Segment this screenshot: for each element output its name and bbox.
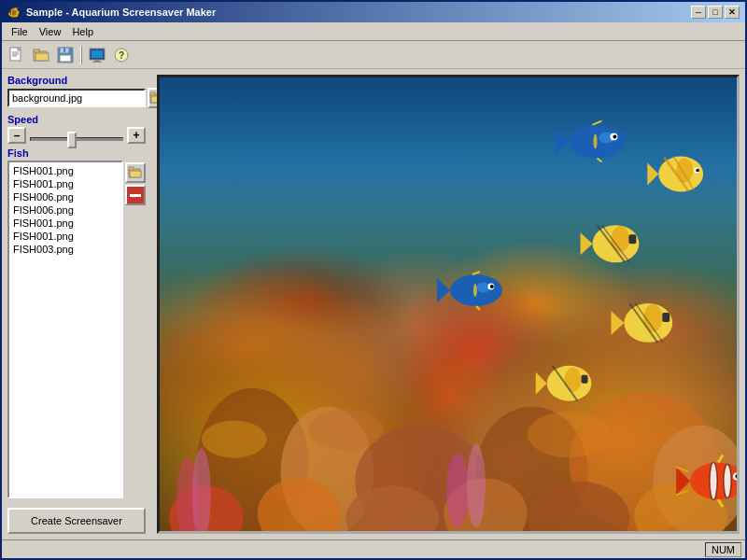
preview-frame	[157, 75, 740, 534]
svg-line-55	[476, 306, 480, 310]
speed-label: Speed	[7, 114, 146, 125]
toolbar-save-button[interactable]	[54, 45, 77, 65]
save-icon	[57, 47, 74, 63]
speed-slider-thumb[interactable]	[67, 132, 77, 148]
fish-display	[160, 77, 737, 531]
svg-rect-7	[35, 53, 49, 61]
menu-view[interactable]: View	[34, 25, 67, 38]
background-input-row	[7, 88, 146, 108]
list-item[interactable]: FISH001.png	[11, 177, 120, 190]
svg-point-39	[446, 453, 469, 527]
status-bar: NUM	[2, 539, 745, 558]
svg-point-98	[696, 169, 699, 173]
window-title: Sample - Aquarium Screensaver Maker	[26, 7, 216, 18]
preview-area	[151, 69, 745, 539]
svg-line-46	[593, 121, 602, 125]
title-bar-text: 🐠 Sample - Aquarium Screensaver Maker	[7, 7, 216, 19]
fish-buttons	[125, 161, 146, 498]
num-lock-indicator: NUM	[705, 542, 741, 557]
svg-point-45	[613, 135, 616, 139]
fish-section: Fish FISH001.pngFISH001.pngFISH006.pngFI…	[7, 147, 146, 498]
svg-rect-10	[60, 55, 71, 62]
fish-yellow-stripe	[647, 157, 703, 192]
speed-section: Speed – +	[7, 114, 146, 144]
speed-decrease-button[interactable]: –	[7, 127, 26, 144]
speed-controls: – +	[7, 127, 146, 144]
list-item[interactable]: FISH001.png	[11, 217, 120, 230]
speed-increase-button[interactable]: +	[127, 127, 146, 144]
toolbar-new-button[interactable]	[6, 45, 28, 65]
menu-bar: File View Help	[2, 22, 745, 41]
fish-add-button[interactable]	[125, 162, 146, 183]
maximize-button[interactable]: □	[708, 6, 723, 19]
list-item[interactable]: FISH006.png	[11, 203, 120, 217]
left-panel: Background Speed –	[2, 69, 151, 539]
list-item[interactable]: FISH003.png	[11, 243, 120, 256]
svg-rect-13	[92, 50, 103, 58]
svg-marker-74	[536, 372, 547, 395]
fish-label: Fish	[7, 147, 146, 159]
menu-help[interactable]: Help	[66, 25, 99, 38]
svg-rect-23	[130, 171, 141, 177]
svg-marker-50	[437, 278, 450, 302]
toolbar-preview-button[interactable]	[86, 45, 108, 65]
title-bar-controls: ─ □ ✕	[691, 6, 740, 19]
fish-blue-tang-2	[437, 272, 502, 310]
fish-remove-button[interactable]	[125, 185, 146, 205]
svg-rect-15	[92, 62, 102, 63]
add-fish-icon	[128, 165, 143, 180]
svg-line-47	[597, 159, 601, 162]
svg-rect-14	[94, 60, 100, 62]
svg-point-53	[490, 285, 494, 288]
svg-rect-64	[628, 234, 636, 244]
svg-rect-79	[582, 375, 588, 384]
main-content: Background Speed –	[2, 69, 745, 539]
svg-point-56	[473, 284, 477, 297]
background-section: Background	[7, 75, 146, 108]
svg-marker-42	[556, 128, 570, 156]
svg-point-48	[593, 134, 597, 149]
svg-rect-72	[662, 313, 669, 322]
svg-marker-93	[647, 162, 658, 185]
svg-rect-22	[129, 167, 134, 170]
window-icon: 🐠	[7, 7, 21, 19]
svg-marker-66	[611, 311, 624, 335]
preview-icon	[89, 47, 106, 63]
close-button[interactable]: ✕	[725, 6, 740, 19]
background-label: Background	[7, 75, 146, 86]
svg-rect-11	[63, 48, 65, 52]
minimize-button[interactable]: ─	[691, 6, 706, 19]
svg-point-99	[202, 421, 267, 458]
svg-point-40	[467, 444, 486, 528]
aquarium-background	[160, 77, 737, 531]
help-icon: ?	[113, 47, 130, 63]
toolbar-open-button[interactable]	[30, 45, 52, 65]
create-screensaver-button[interactable]: Create Screensaver	[7, 508, 146, 534]
speed-slider-track[interactable]	[30, 137, 123, 141]
svg-rect-24	[130, 194, 141, 197]
toolbar-help-button[interactable]: ?	[110, 45, 133, 65]
toolbar-separator-1	[80, 46, 82, 64]
remove-fish-icon	[129, 189, 142, 202]
svg-point-101	[528, 412, 612, 458]
svg-line-54	[472, 272, 480, 274]
fish-butterfly-1	[581, 225, 640, 262]
list-item[interactable]: FISH001.png	[11, 230, 120, 243]
fish-blue-tang-1	[556, 121, 626, 162]
main-window: 🐠 Sample - Aquarium Screensaver Maker ─ …	[0, 0, 747, 560]
fish-list[interactable]: FISH001.pngFISH001.pngFISH006.pngFISH006…	[7, 161, 123, 498]
fish-butterfly-2	[611, 303, 672, 343]
svg-text:?: ?	[119, 50, 124, 61]
title-bar: 🐠 Sample - Aquarium Screensaver Maker ─ …	[2, 2, 745, 22]
svg-point-75	[565, 368, 582, 392]
list-item[interactable]: FISH001.png	[11, 164, 120, 177]
menu-file[interactable]: File	[6, 25, 34, 38]
toolbar: ?	[2, 41, 745, 69]
svg-rect-6	[34, 49, 39, 52]
list-item[interactable]: FISH006.png	[11, 190, 120, 203]
background-input[interactable]	[7, 89, 146, 107]
open-icon	[33, 47, 49, 63]
svg-point-100	[308, 410, 383, 451]
fish-butterfly-3	[536, 366, 592, 401]
svg-marker-58	[581, 232, 593, 255]
